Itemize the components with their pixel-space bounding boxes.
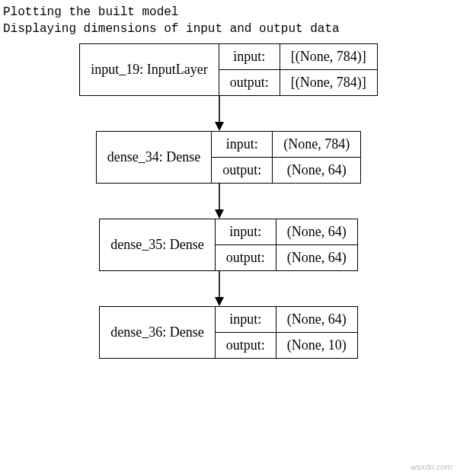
model-diagram: input_19: InputLayer input: [(None, 784)… [0,43,457,359]
layer-output-shape: (None, 64) [273,158,361,184]
layer-name: dense_34: Dense [96,132,211,184]
svg-marker-1 [215,122,224,131]
layer-input-shape: (None, 64) [276,307,357,333]
caption-line-2: Displaying dimensions of input and outpu… [3,22,340,36]
io-label-input: input: [215,219,276,245]
layer-box: dense_35: Dense input: (None, 64) output… [99,219,357,271]
io-label-input: input: [212,132,273,158]
svg-marker-3 [215,209,224,219]
io-label-output: output: [219,70,280,96]
arrow-icon [213,96,225,131]
io-label-input: input: [219,44,280,70]
layer-input-shape: (None, 64) [276,219,357,245]
layer-name: dense_36: Dense [100,307,215,359]
io-label-output: output: [212,158,273,184]
arrow-icon [213,184,225,219]
layer-name: input_19: InputLayer [80,44,219,96]
layer-output-shape: (None, 64) [276,245,357,271]
io-label-input: input: [215,307,276,333]
layer-output-shape: (None, 10) [276,333,357,359]
layer-box: dense_34: Dense input: (None, 784) outpu… [96,131,361,184]
arrow-icon [213,271,225,306]
io-label-output: output: [215,245,276,271]
layer-input-shape: (None, 784) [273,132,361,158]
layer-output-shape: [(None, 784)] [280,70,377,96]
caption-line-1: Plotting the built model [3,5,178,19]
svg-marker-5 [215,297,224,306]
watermark: wsxdn.com [411,462,452,471]
layer-box: dense_36: Dense input: (None, 64) output… [99,306,357,359]
layer-name: dense_35: Dense [100,219,215,271]
caption: Plotting the built model Displaying dime… [0,0,457,43]
io-label-output: output: [215,333,276,359]
layer-input-shape: [(None, 784)] [280,44,377,70]
layer-box: input_19: InputLayer input: [(None, 784)… [79,43,377,96]
